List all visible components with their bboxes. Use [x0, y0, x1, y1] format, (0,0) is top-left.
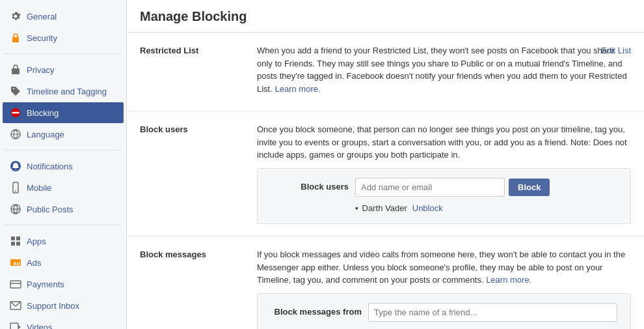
- sidebar-item-public-posts[interactable]: Public Posts: [3, 199, 124, 220]
- sidebar-item-general[interactable]: General: [3, 6, 124, 27]
- sidebar-item-ads-label: Ads: [27, 258, 41, 268]
- privacy-icon: [9, 63, 22, 76]
- block-users-button[interactable]: Block: [509, 179, 550, 196]
- blocked-user-name: Darth Vader: [362, 202, 407, 215]
- payments-icon: [9, 278, 22, 291]
- block-messages-description: If you block messages and video calls fr…: [257, 248, 631, 287]
- block-users-input[interactable]: [355, 178, 505, 197]
- edit-list-link[interactable]: Edit List: [601, 44, 631, 57]
- block-users-row: Block users Block: [271, 178, 617, 197]
- svg-rect-12: [16, 242, 20, 246]
- section-block-users: Block users Once you block someone, that…: [127, 111, 644, 236]
- sidebar-group-account: General Security: [0, 6, 126, 48]
- sidebar-item-payments[interactable]: Payments: [3, 274, 124, 294]
- sidebar-item-support-inbox-label: Support Inbox: [27, 301, 79, 311]
- globe-icon: [9, 203, 22, 216]
- sidebar-item-mobile[interactable]: Mobile: [3, 177, 124, 198]
- sidebar: General Security Privacy: [0, 0, 127, 329]
- sidebar-item-videos[interactable]: Videos: [3, 317, 124, 329]
- section-block-messages: Block messages If you block messages and…: [127, 236, 644, 329]
- sidebar-group-apps: Apps Ad Ads Payments: [0, 231, 126, 329]
- unblock-link[interactable]: Unblock: [412, 202, 443, 215]
- sidebar-item-security-label: Security: [27, 33, 57, 43]
- sidebar-item-language[interactable]: Language: [3, 124, 124, 145]
- blocked-user-row: Darth Vader Unblock: [271, 202, 617, 215]
- svg-rect-10: [16, 236, 20, 240]
- block-messages-learn-more[interactable]: Learn more.: [486, 275, 531, 285]
- svg-rect-11: [11, 242, 15, 246]
- gear-icon: [9, 10, 22, 23]
- sidebar-item-security[interactable]: Security: [3, 27, 124, 48]
- svg-rect-7: [15, 191, 16, 192]
- notifications-icon: [9, 160, 22, 173]
- svg-text:Ad: Ad: [13, 261, 20, 266]
- block-users-input-area: Block users Block Darth Vader Unblock: [257, 168, 631, 225]
- sidebar-item-general-label: General: [27, 12, 57, 21]
- restricted-list-description: When you add a friend to your Restricted…: [257, 44, 631, 95]
- sidebar-item-payments-label: Payments: [27, 279, 64, 289]
- section-restricted-list: Restricted List Edit List When you add a…: [127, 33, 644, 111]
- lock-icon: [9, 31, 22, 44]
- restricted-list-label: Restricted List: [140, 44, 257, 55]
- restricted-list-content: Edit List When you add a friend to your …: [257, 44, 631, 99]
- svg-rect-9: [11, 236, 15, 240]
- block-users-description: Once you block someone, that person can …: [257, 123, 631, 162]
- block-icon: [9, 106, 22, 119]
- sidebar-item-language-label: Language: [27, 130, 64, 139]
- page-header: Manage Blocking: [127, 0, 644, 33]
- sidebar-item-mobile-label: Mobile: [27, 183, 51, 193]
- sidebar-group-notifications: Notifications Mobile Public Posts: [0, 156, 126, 220]
- sidebar-item-timeline-label: Timeline and Tagging: [27, 87, 107, 96]
- support-icon: [9, 299, 22, 312]
- svg-marker-19: [18, 325, 21, 329]
- block-users-label: Block users: [140, 123, 257, 134]
- sidebar-item-timeline-tagging[interactable]: Timeline and Tagging: [3, 81, 124, 102]
- videos-icon: [9, 321, 22, 329]
- svg-rect-15: [10, 281, 21, 288]
- sidebar-item-blocking-label: Blocking: [27, 108, 59, 118]
- sidebar-group-privacy: Privacy Timeline and Tagging Blocking: [0, 59, 126, 145]
- sidebar-item-public-posts-label: Public Posts: [27, 205, 74, 214]
- sidebar-item-notifications-label: Notifications: [27, 162, 73, 171]
- sidebar-item-videos-label: Videos: [27, 322, 53, 330]
- sidebar-item-privacy-label: Privacy: [27, 65, 55, 75]
- restricted-list-learn-more[interactable]: Learn more.: [275, 84, 320, 94]
- sidebar-item-privacy[interactable]: Privacy: [3, 59, 124, 80]
- apps-icon: [9, 235, 22, 248]
- ads-icon: Ad: [9, 256, 22, 269]
- sidebar-item-blocking[interactable]: Blocking: [3, 102, 124, 123]
- block-messages-row: Block messages from: [271, 303, 617, 322]
- block-messages-input-area: Block messages from: [257, 293, 631, 330]
- main-content: Manage Blocking Restricted List Edit Lis…: [127, 0, 644, 329]
- block-users-content: Once you block someone, that person can …: [257, 123, 631, 224]
- sidebar-item-ads[interactable]: Ad Ads: [3, 252, 124, 273]
- mobile-icon: [9, 181, 22, 194]
- block-messages-content: If you block messages and video calls fr…: [257, 248, 631, 329]
- sidebar-item-apps[interactable]: Apps: [3, 231, 124, 251]
- svg-rect-18: [10, 323, 18, 329]
- page-title: Manage Blocking: [140, 9, 631, 24]
- sidebar-item-apps-label: Apps: [27, 236, 46, 246]
- svg-rect-0: [12, 37, 19, 42]
- block-messages-input-label: Block messages from: [271, 306, 362, 319]
- sidebar-item-support-inbox[interactable]: Support Inbox: [3, 295, 124, 316]
- sidebar-item-notifications[interactable]: Notifications: [3, 156, 124, 177]
- block-messages-label: Block messages: [140, 248, 257, 259]
- tag-icon: [9, 85, 22, 98]
- svg-rect-1: [12, 68, 20, 74]
- block-messages-input[interactable]: [368, 303, 617, 322]
- block-users-input-label: Block users: [271, 180, 349, 193]
- language-icon: [9, 128, 22, 141]
